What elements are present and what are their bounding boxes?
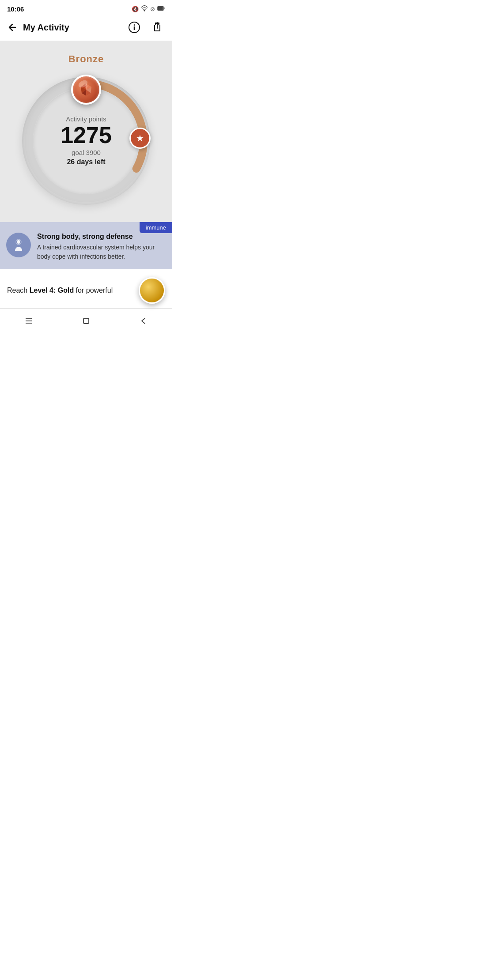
status-icons: 🔇 ⊘ — [132, 5, 165, 13]
status-bar: 10:06 🔇 ⊘ — [0, 0, 172, 16]
bottom-nav — [0, 308, 172, 333]
svg-rect-2 — [163, 7, 164, 9]
back-button[interactable] — [7, 22, 18, 33]
recent-apps-icon — [23, 315, 34, 327]
svg-point-19 — [17, 240, 20, 244]
svg-rect-3 — [158, 7, 163, 10]
goal-label: goal 3900 — [61, 149, 112, 157]
teaser-text: Reach Level 4: Gold for powerful — [7, 286, 132, 294]
nav-right — [126, 19, 165, 35]
main-content: Bronze — [0, 41, 172, 308]
svg-rect-24 — [83, 318, 89, 324]
battery-icon — [157, 5, 165, 13]
card-text: Strong body, strong defense A trained ca… — [37, 233, 166, 261]
gem-icon — [78, 82, 94, 98]
tier-label: Bronze — [68, 53, 104, 65]
activity-points-label: Activity points — [61, 115, 112, 123]
page-title: My Activity — [23, 23, 69, 33]
person-icon — [12, 238, 25, 252]
back-nav-button[interactable] — [130, 311, 157, 331]
gold-coin — [139, 277, 165, 304]
back-nav-icon — [138, 315, 149, 327]
card-body: Strong body, strong defense A trained ca… — [6, 233, 166, 261]
teaser-suffix: for powerful — [74, 286, 113, 294]
days-left-label: 26 days left — [61, 158, 112, 166]
nav-left: My Activity — [7, 22, 69, 33]
wifi-icon — [141, 5, 148, 13]
info-card: immune Strong body, strong defense A tra… — [0, 222, 172, 269]
bottom-teaser: Reach Level 4: Gold for powerful — [0, 269, 172, 308]
teaser-prefix: Reach — [7, 286, 30, 294]
svg-point-6 — [134, 24, 135, 26]
star-badge — [129, 128, 151, 149]
card-description: A trained cardiovascular system helps yo… — [37, 243, 166, 261]
status-time: 10:06 — [7, 5, 24, 13]
home-button[interactable] — [73, 311, 99, 331]
center-stats: Activity points 1275 goal 3900 26 days l… — [61, 115, 112, 166]
teaser-level: Level 4: Gold — [30, 286, 74, 294]
home-icon — [80, 315, 92, 327]
top-nav: My Activity — [0, 16, 172, 41]
share-button[interactable] — [149, 19, 165, 35]
recent-apps-button[interactable] — [15, 311, 42, 331]
immune-badge: immune — [140, 222, 172, 233]
mute-icon: 🔇 — [132, 6, 139, 12]
card-icon — [6, 233, 31, 257]
card-title: Strong body, strong defense — [37, 233, 166, 241]
progress-circle: Activity points 1275 goal 3900 26 days l… — [15, 70, 157, 211]
svg-point-0 — [144, 10, 145, 11]
bronze-gem — [71, 75, 101, 105]
blocked-icon: ⊘ — [150, 6, 155, 12]
info-button[interactable] — [126, 19, 142, 35]
activity-points-value: 1275 — [61, 123, 112, 148]
